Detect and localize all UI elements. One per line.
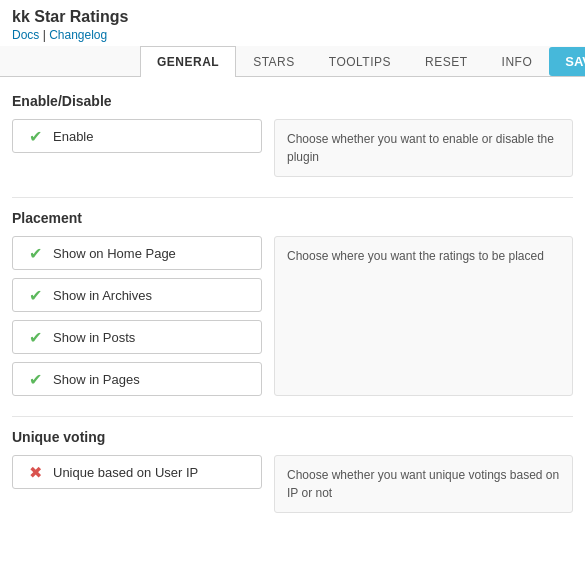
show-pages-toggle[interactable]: ✔ Show in Pages (12, 362, 262, 396)
enable-disable-section: Enable/Disable ✔ Enable Choose whether y… (12, 93, 573, 177)
placement-description: Choose where you want the ratings to be … (274, 236, 573, 396)
tab-reset[interactable]: RESET (408, 46, 485, 77)
check-icon: ✔ (25, 126, 45, 146)
unique-voting-title: Unique voting (12, 429, 573, 445)
enable-label: Enable (53, 129, 93, 144)
enable-toggle[interactable]: ✔ Enable (12, 119, 262, 153)
check-icon: ✔ (25, 327, 45, 347)
cross-icon: ✖ (25, 462, 45, 482)
placement-controls: ✔ Show on Home Page ✔ Show in Archives ✔… (12, 236, 262, 396)
app-title: kk Star Ratings (12, 8, 573, 26)
tab-general[interactable]: GENERAL (140, 46, 236, 77)
save-button[interactable]: SAVE (549, 47, 585, 76)
enable-disable-controls: ✔ Enable (12, 119, 262, 177)
divider-2 (12, 416, 573, 417)
enable-disable-description: Choose whether you want to enable or dis… (274, 119, 573, 177)
show-home-toggle[interactable]: ✔ Show on Home Page (12, 236, 262, 270)
tab-info[interactable]: INFO (485, 46, 550, 77)
tab-tooltips[interactable]: TOOLTIPS (312, 46, 408, 77)
show-archives-label: Show in Archives (53, 288, 152, 303)
unique-voting-controls: ✖ Unique based on User IP (12, 455, 262, 513)
show-posts-label: Show in Posts (53, 330, 135, 345)
docs-link[interactable]: Docs (12, 28, 39, 42)
show-pages-label: Show in Pages (53, 372, 140, 387)
check-icon: ✔ (25, 369, 45, 389)
show-archives-toggle[interactable]: ✔ Show in Archives (12, 278, 262, 312)
placement-section: Placement ✔ Show on Home Page ✔ Show in … (12, 210, 573, 396)
unique-ip-label: Unique based on User IP (53, 465, 198, 480)
check-icon: ✔ (25, 243, 45, 263)
tab-stars[interactable]: STARS (236, 46, 312, 77)
divider-1 (12, 197, 573, 198)
placement-title: Placement (12, 210, 573, 226)
show-home-label: Show on Home Page (53, 246, 176, 261)
tabs-bar: GENERAL STARS TOOLTIPS RESET INFO SAVE (0, 46, 585, 77)
changelog-link[interactable]: Changelog (49, 28, 107, 42)
unique-ip-toggle[interactable]: ✖ Unique based on User IP (12, 455, 262, 489)
check-icon: ✔ (25, 285, 45, 305)
unique-voting-description: Choose whether you want unique votings b… (274, 455, 573, 513)
enable-disable-title: Enable/Disable (12, 93, 573, 109)
unique-voting-section: Unique voting ✖ Unique based on User IP … (12, 429, 573, 513)
show-posts-toggle[interactable]: ✔ Show in Posts (12, 320, 262, 354)
